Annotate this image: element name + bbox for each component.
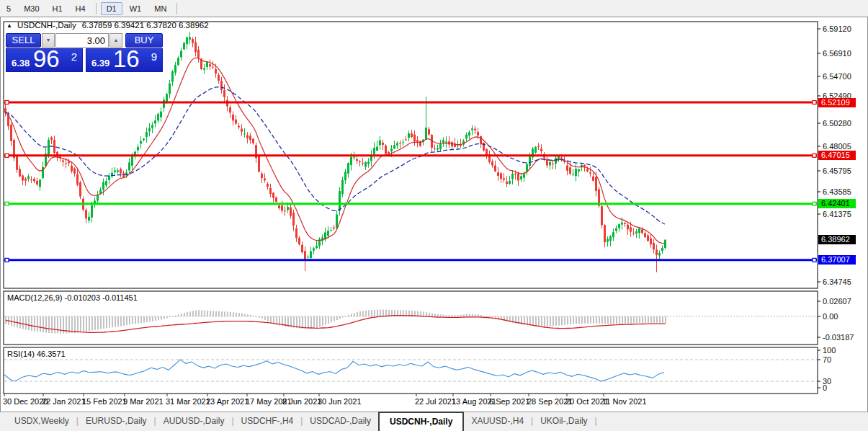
tab-usdchf-h4[interactable]: USDCHF-,H4 [234, 412, 301, 431]
macd-axis-label[interactable]: -0.03187 [823, 333, 854, 342]
tab-usdx-weekly[interactable]: USDX,Weekly [7, 412, 76, 431]
price-level-tag: 6.52109 [818, 98, 856, 107]
tab-xauusd-h4[interactable]: XAUUSD-,H4 [464, 412, 531, 431]
rsi-axis-label[interactable]: 70 [823, 355, 831, 364]
level-line-handle[interactable] [813, 154, 816, 157]
rsi-axis-label[interactable]: 100 [823, 346, 836, 355]
tab-eurusd-daily[interactable]: EURUSD-,Daily [79, 412, 154, 431]
level-line-handle[interactable] [5, 154, 9, 157]
buy-quote-box[interactable]: 6.39 16 9 [86, 48, 163, 72]
timeframe-toolbar: 5M30H1H4D1W1MN [0, 0, 868, 17]
level-line-handle[interactable] [813, 202, 816, 205]
price-level-tag: 6.42401 [818, 199, 856, 208]
price-level-tag: 6.38962 [818, 235, 856, 244]
toolbar-separator [96, 3, 97, 14]
date-axis-label[interactable]: 6 Sep 2021 [489, 397, 529, 406]
level-line-handle[interactable] [5, 258, 9, 262]
one-click-trade-widget: SELL ▼ ▲ BUY 6.38 96 2 6.39 16 9 [6, 33, 163, 72]
level-line-handle[interactable] [5, 101, 9, 105]
rsi-label: RSI(14) 46.3571 [7, 350, 66, 358]
timeframe-button-5[interactable]: 5 [1, 2, 17, 15]
symbol-period-label: USDCNH-,Daily [17, 21, 76, 30]
date-axis-label[interactable]: 23 Apr 2021 [206, 397, 249, 406]
date-axis-label[interactable]: 22 Jul 2021 [415, 397, 456, 406]
timeframe-button-mn[interactable]: MN [148, 2, 172, 15]
date-axis-label[interactable]: 22 Jan 2021 [42, 397, 86, 406]
price-axis-label[interactable]: 6.45795 [823, 166, 851, 175]
timeframe-button-h4[interactable]: H4 [70, 2, 91, 15]
level-line-handle[interactable] [813, 258, 816, 262]
price-axis-label[interactable]: 6.50280 [823, 119, 851, 128]
price-axis-label[interactable]: 6.43585 [823, 187, 851, 196]
tab-usdcad-daily[interactable]: USDCAD-,Daily [303, 412, 378, 431]
sell-price-big: 96 [33, 45, 60, 73]
level-line-handle[interactable] [813, 101, 816, 105]
rsi-pane[interactable] [4, 347, 818, 394]
price-axis-label[interactable]: 6.48005 [823, 142, 851, 151]
date-axis-label[interactable]: 8 Jun 2021 [282, 397, 321, 406]
price-axis-label[interactable]: 6.54700 [823, 72, 851, 81]
buy-price-big: 16 [113, 45, 140, 73]
tab-bar-spacer [0, 412, 7, 431]
sell-price-small: 6.38 [12, 58, 30, 68]
collapse-triangle-icon[interactable]: ▲ [6, 22, 12, 29]
macd-label: MACD(12,26,9) -0.010203 -0.011451 [7, 293, 138, 302]
buy-price-small: 6.39 [91, 58, 109, 68]
price-level-tag: 6.37007 [818, 255, 856, 265]
timeframe-button-m30[interactable]: M30 [18, 2, 45, 15]
macd-axis-label[interactable]: 0.00 [823, 312, 838, 321]
price-axis-label[interactable]: 6.34745 [823, 277, 851, 286]
symbol-tab-bar: USDX,Weekly|EURUSD-,Daily|AUDUSD-,Daily|… [0, 412, 868, 431]
ohlc-values: 6.37859 6.39421 6.37820 6.38962 [82, 21, 209, 30]
tab-audusd-daily[interactable]: AUDUSD-,Daily [156, 412, 232, 431]
tab-separator: | [595, 412, 597, 431]
date-axis-label[interactable]: 31 Mar 2021 [166, 397, 210, 406]
buy-price-sup: 9 [151, 50, 157, 63]
timeframe-button-d1[interactable]: D1 [101, 2, 122, 15]
trading-terminal: 5M30H1H4D1W1MN ▲ USDCNH-,Daily 6.37859 6… [0, 0, 868, 431]
tab-ukoil-daily[interactable]: UKOil-,Daily [533, 412, 594, 431]
price-level-tag: 6.47015 [818, 151, 856, 160]
sell-price-sup: 2 [71, 50, 77, 63]
date-axis-label[interactable]: 9 Mar 2021 [123, 397, 164, 406]
price-axis-label[interactable]: 6.59120 [823, 25, 851, 33]
date-axis-label[interactable]: 11 Nov 2021 [602, 397, 647, 406]
price-axis-label[interactable]: 6.56910 [823, 49, 851, 58]
date-axis-label[interactable]: 30 Jun 2021 [318, 397, 362, 406]
level-line-handle[interactable] [5, 202, 9, 205]
toolbar-separator [176, 3, 177, 14]
macd-axis-label[interactable]: 0.02607 [823, 297, 851, 306]
timeframe-button-w1[interactable]: W1 [124, 2, 148, 15]
volume-input[interactable] [55, 33, 109, 48]
sell-quote-box[interactable]: 6.38 96 2 [6, 48, 83, 72]
rsi-axis-label[interactable]: 0 [823, 383, 827, 392]
chart-title: ▲ USDCNH-,Daily 6.37859 6.39421 6.37820 … [6, 21, 209, 30]
timeframe-button-h1[interactable]: H1 [47, 2, 68, 15]
tab-usdcnh-daily[interactable]: USDCNH-,Daily [378, 412, 464, 431]
price-axis-label[interactable]: 6.41375 [823, 210, 851, 218]
date-axis-label[interactable]: 15 Feb 2021 [82, 397, 127, 406]
